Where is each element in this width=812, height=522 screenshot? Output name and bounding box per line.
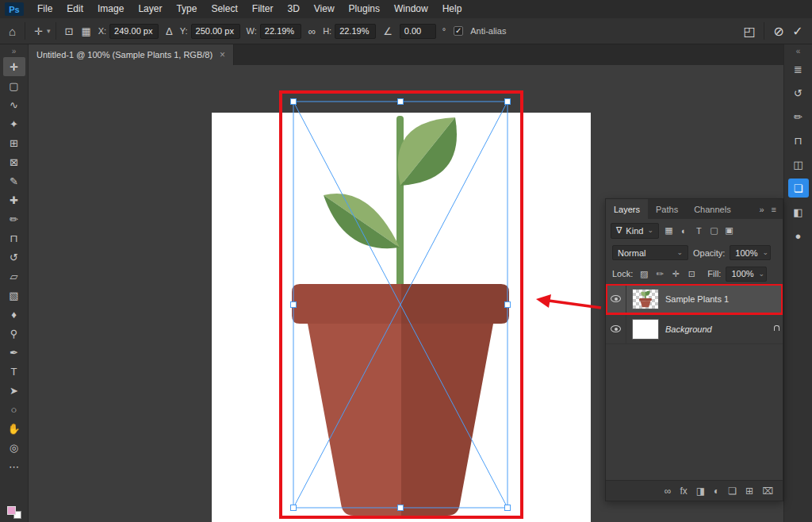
color-panel-icon[interactable]: ● xyxy=(788,226,809,245)
document-tab[interactable]: Untitled-1 @ 100% (Sample Plants 1, RGB/… xyxy=(29,44,234,65)
home-icon[interactable]: ⌂ xyxy=(5,25,20,37)
adjustment-layer-icon[interactable]: ◐ xyxy=(714,486,719,496)
layer-visibility-toggle[interactable] xyxy=(606,284,626,313)
crop-tool[interactable]: ⊞ xyxy=(3,133,25,152)
eyedropper-tool[interactable]: ✎ xyxy=(3,171,25,190)
link-layers-icon[interactable]: ∞ xyxy=(665,486,672,496)
reference-grid-icon[interactable]: ▦ xyxy=(77,26,94,36)
rectangular-marquee-tool[interactable]: ▢ xyxy=(3,76,25,95)
menu-item[interactable]: 3D xyxy=(280,0,306,18)
menu-item[interactable]: Help xyxy=(435,0,469,18)
new-group-icon[interactable]: ❏ xyxy=(728,486,737,496)
transform-handle-bottom-right[interactable] xyxy=(505,505,511,511)
brush-settings-panel-icon[interactable]: ✏ xyxy=(788,107,809,126)
chevron-down-icon[interactable]: ▾ xyxy=(47,28,51,35)
filter-adjustment-layers-icon[interactable]: ◐ xyxy=(676,223,691,239)
transform-handle-top-right[interactable] xyxy=(505,99,511,105)
path-selection-tool[interactable]: ➤ xyxy=(3,381,25,400)
menu-item[interactable]: Image xyxy=(90,0,131,18)
frame-tool[interactable]: ⊠ xyxy=(3,152,25,171)
ellipse-tool[interactable]: ○ xyxy=(3,400,25,419)
foreground-color-swatch[interactable] xyxy=(7,506,16,515)
panel-tab[interactable]: Channels xyxy=(686,199,738,219)
warp-mode-icon[interactable]: ◰ xyxy=(740,21,759,40)
blend-mode-dropdown[interactable]: Normal ⌄ xyxy=(612,245,688,260)
maintain-aspect-ratio-icon[interactable]: ∞ xyxy=(304,26,320,36)
properties-panel-icon[interactable]: ≣ xyxy=(788,59,809,79)
panel-overflow-icon[interactable]: » xyxy=(759,205,764,214)
relative-position-icon[interactable]: Δ xyxy=(162,26,177,36)
layer-row[interactable]: Background xyxy=(606,314,783,344)
dock-collapse-icon[interactable]: « xyxy=(784,44,812,57)
fill-dropdown[interactable]: 100% ⌄ xyxy=(726,267,767,282)
menu-item[interactable]: Select xyxy=(204,0,244,18)
transform-handle-middle-left[interactable] xyxy=(291,302,297,308)
delete-layer-icon[interactable]: ⌧ xyxy=(762,486,773,496)
dodge-tool[interactable]: ⚲ xyxy=(3,324,25,343)
layer-thumbnail[interactable] xyxy=(632,319,659,340)
panel-menu-icon[interactable]: ≡ xyxy=(772,205,776,214)
menu-item[interactable]: View xyxy=(307,0,342,18)
zoom-tool[interactable]: ◎ xyxy=(3,438,25,457)
layers-panel-icon[interactable]: ❏ xyxy=(788,178,809,198)
commit-transform-button[interactable]: ✓ xyxy=(788,21,807,40)
transform-handle-bottom-left[interactable] xyxy=(291,505,297,511)
cancel-transform-button[interactable]: ⊘ xyxy=(769,21,788,40)
move-tool[interactable]: ✛ xyxy=(3,57,25,76)
filter-shape-layers-icon[interactable]: ▢ xyxy=(707,223,722,239)
menu-item[interactable]: Layer xyxy=(131,0,169,18)
lock-transparent-pixels-icon[interactable]: ▨ xyxy=(638,267,650,281)
lasso-tool[interactable]: ∿ xyxy=(3,95,25,114)
channels-panel-icon[interactable]: ◧ xyxy=(788,202,809,221)
width-field[interactable]: 22.19% xyxy=(260,24,301,39)
history-panel-icon[interactable]: ↺ xyxy=(788,83,809,102)
lock-position-icon[interactable]: ✛ xyxy=(669,267,682,281)
layer-name[interactable]: Background xyxy=(665,324,712,334)
filter-pixel-layers-icon[interactable]: ▦ xyxy=(661,223,676,239)
menu-item[interactable]: File xyxy=(30,0,59,18)
panel-tab[interactable]: Layers xyxy=(606,199,648,219)
move-tool-preset-icon[interactable]: ✛ xyxy=(30,26,47,36)
layer-visibility-toggle[interactable] xyxy=(606,314,626,344)
opacity-dropdown[interactable]: 100% ⌄ xyxy=(730,245,771,260)
photoshop-logo[interactable]: Ps xyxy=(5,2,24,16)
blur-tool[interactable]: ♦ xyxy=(3,305,25,324)
menu-item[interactable]: Window xyxy=(387,0,435,18)
y-position-field[interactable]: 250.00 px xyxy=(191,24,240,39)
history-brush-tool[interactable]: ↺ xyxy=(3,248,25,267)
layer-thumbnail[interactable] xyxy=(632,289,659,309)
menu-item[interactable]: Type xyxy=(169,0,204,18)
lock-artboard-icon[interactable]: ⊡ xyxy=(685,267,698,281)
lock-image-pixels-icon[interactable]: ✏ xyxy=(653,267,666,281)
transform-handle-top-left[interactable] xyxy=(291,99,297,105)
clone-source-panel-icon[interactable]: ⊓ xyxy=(788,131,809,150)
layer-effects-icon[interactable]: fx xyxy=(680,486,687,496)
libraries-panel-icon[interactable]: ◫ xyxy=(788,155,809,174)
filter-smart-objects-icon[interactable]: ▣ xyxy=(722,223,737,239)
add-layer-mask-icon[interactable]: ◨ xyxy=(696,486,705,496)
rotation-angle-field[interactable]: 0.00 xyxy=(400,24,436,39)
edit-toolbar-icon[interactable]: ⋯ xyxy=(3,457,25,476)
object-selection-tool[interactable]: ✦ xyxy=(3,114,25,133)
height-field[interactable]: 22.19% xyxy=(335,24,376,39)
menu-item[interactable]: Plugins xyxy=(342,0,387,18)
menu-item[interactable]: Filter xyxy=(245,0,281,18)
eraser-tool[interactable]: ▱ xyxy=(3,267,25,286)
close-icon[interactable]: × xyxy=(220,49,225,60)
type-tool[interactable]: T xyxy=(3,362,25,381)
transform-handle-top-center[interactable] xyxy=(398,99,404,105)
hand-tool[interactable]: ✋ xyxy=(3,419,25,438)
layer-name[interactable]: Sample Plants 1 xyxy=(665,294,729,304)
healing-brush-tool[interactable]: ✚ xyxy=(3,190,25,209)
clone-stamp-tool[interactable]: ⊓ xyxy=(3,228,25,248)
menu-item[interactable]: Edit xyxy=(59,0,90,18)
panel-tab[interactable]: Paths xyxy=(648,199,686,219)
brush-tool[interactable]: ✏ xyxy=(3,209,25,228)
filter-type-layers-icon[interactable]: T xyxy=(691,223,707,239)
transform-handle-middle-right[interactable] xyxy=(505,302,511,308)
new-layer-icon[interactable]: ⊞ xyxy=(745,486,753,496)
pen-tool[interactable]: ✒ xyxy=(3,343,25,362)
gradient-tool[interactable]: ▧ xyxy=(3,286,25,305)
transform-handle-bottom-center[interactable] xyxy=(398,505,404,511)
anti-alias-checkbox[interactable]: ✓ xyxy=(454,26,463,36)
